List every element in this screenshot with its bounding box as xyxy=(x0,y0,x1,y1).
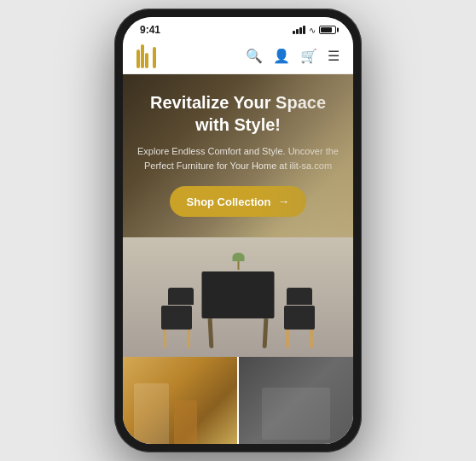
battery-icon xyxy=(319,26,336,34)
cta-arrow-icon: → xyxy=(277,195,289,208)
cart-icon[interactable]: 🛒 xyxy=(300,50,317,63)
menu-icon[interactable]: ☰ xyxy=(328,50,340,63)
shop-collection-button[interactable]: Shop Collection → xyxy=(170,186,307,217)
logo[interactable] xyxy=(136,44,156,68)
wifi-icon: ∿ xyxy=(309,26,316,35)
hero-section: Revitalize Your Space with Style! Explor… xyxy=(123,74,353,237)
phone-frame: 9:41 ∿ xyxy=(114,9,362,452)
signal-icon xyxy=(293,26,305,34)
grid-item-bedroom[interactable] xyxy=(239,357,353,444)
hero-subtitle: Explore Endless Comfort and Style. Uncov… xyxy=(136,144,340,172)
phone-screen: 9:41 ∿ xyxy=(123,17,353,444)
chair-right xyxy=(282,288,316,348)
content: Revitalize Your Space with Style! Explor… xyxy=(123,74,353,444)
status-icons: ∿ xyxy=(293,26,336,35)
search-icon[interactable]: 🔍 xyxy=(246,50,263,63)
hero-title: Revitalize Your Space with Style! xyxy=(136,91,340,136)
grid-item-living-room[interactable] xyxy=(123,357,237,444)
dining-table xyxy=(202,253,275,348)
user-icon[interactable]: 👤 xyxy=(273,50,290,63)
product-grid xyxy=(123,357,353,444)
dining-set-graphic xyxy=(153,246,323,348)
chair-left xyxy=(160,288,194,348)
dining-section xyxy=(123,237,353,357)
cta-label: Shop Collection xyxy=(187,195,271,208)
nav-bar: 🔍 👤 🛒 ☰ xyxy=(123,39,353,74)
status-bar: 9:41 ∿ xyxy=(123,17,353,39)
nav-icons: 🔍 👤 🛒 ☰ xyxy=(246,50,340,63)
status-time: 9:41 xyxy=(140,24,160,36)
